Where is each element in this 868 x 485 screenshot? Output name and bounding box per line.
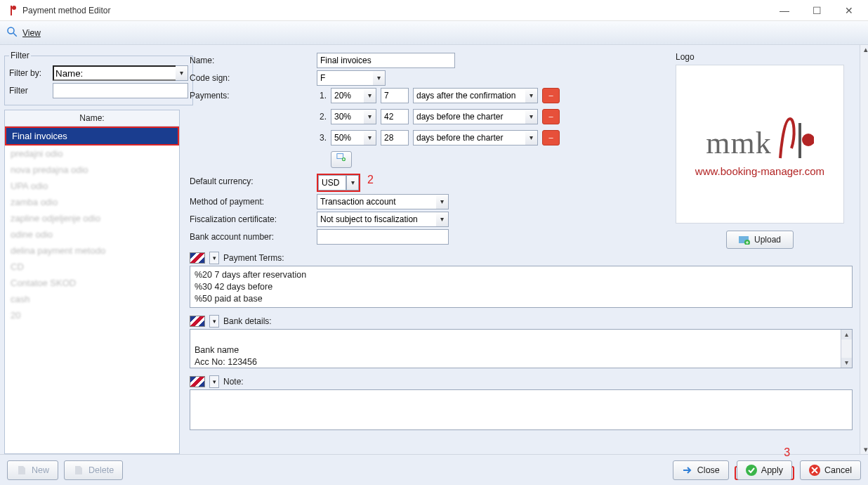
- payment-pct-input[interactable]: [331, 109, 364, 124]
- chevron-down-icon[interactable]: ▾: [364, 130, 376, 146]
- view-menu[interactable]: View: [22, 28, 41, 38]
- method-select[interactable]: [317, 194, 436, 209]
- scrollbar[interactable]: ▴▾: [841, 330, 852, 368]
- logo-label: Logo: [676, 52, 851, 62]
- payment-days-input[interactable]: [381, 109, 409, 124]
- name-input[interactable]: [317, 53, 455, 68]
- payment-pct-input[interactable]: [331, 88, 364, 103]
- cancel-icon: [809, 465, 820, 476]
- apply-button[interactable]: Apply: [737, 460, 792, 480]
- list-item[interactable]: odine odio: [5, 226, 179, 242]
- payment-row: 2. ▾ ▾ –: [317, 109, 560, 124]
- delete-button[interactable]: Delete: [64, 460, 123, 480]
- svg-rect-4: [337, 154, 343, 159]
- filter-by-select[interactable]: [53, 65, 176, 81]
- new-button[interactable]: New: [7, 460, 58, 480]
- bank-details-textarea[interactable]: Bank name Acc No: 123456 ▴▾: [190, 329, 853, 368]
- logo-swirl-icon: [775, 112, 814, 161]
- payment-row: 1. ▾ ▾ –: [317, 88, 560, 103]
- payment-methods-list[interactable]: Name: Final invoices predajni odio nova …: [4, 110, 180, 454]
- filter-label: Filter: [9, 86, 48, 96]
- scrollbar[interactable]: ▴ ▾: [860, 45, 868, 454]
- name-label: Name:: [190, 53, 311, 65]
- flag-uk-icon: [190, 316, 205, 327]
- chevron-down-icon[interactable]: ▾: [436, 212, 449, 227]
- currency-select[interactable]: [318, 175, 346, 190]
- payment-terms-textarea[interactable]: %20 7 days after reservation %30 42 days…: [190, 266, 853, 308]
- codesign-input[interactable]: [317, 70, 373, 86]
- chevron-down-icon[interactable]: ▾: [364, 88, 376, 103]
- list-item-selected[interactable]: Final invoices: [5, 127, 179, 146]
- delete-payment-button[interactable]: –: [542, 130, 560, 146]
- delete-icon: [73, 465, 84, 476]
- payment-row: 3. ▾ ▾ –: [317, 130, 560, 146]
- logo-image: mmk www.booking-manager.com: [676, 65, 844, 224]
- delete-payment-button[interactable]: –: [542, 88, 560, 103]
- language-dropdown[interactable]: ▾: [209, 375, 219, 388]
- delete-payment-button[interactable]: –: [542, 109, 560, 124]
- close-button[interactable]: Close: [673, 460, 729, 480]
- note-textarea[interactable]: [190, 389, 853, 430]
- list-item[interactable]: Contatoe SKOD: [5, 275, 179, 291]
- filter-by-label: Filter by:: [9, 68, 48, 78]
- note-label: Note:: [223, 377, 244, 387]
- list-header: Name:: [5, 110, 179, 127]
- list-item[interactable]: delina payment metodo: [5, 242, 179, 259]
- list-item[interactable]: cash: [5, 291, 179, 307]
- app-icon: [6, 5, 17, 16]
- fiscal-select[interactable]: [317, 212, 436, 227]
- logo-brand-text: mmk: [706, 125, 771, 161]
- filter-legend: Filter: [9, 51, 31, 60]
- payment-days-input[interactable]: [381, 88, 409, 103]
- svg-rect-0: [11, 6, 12, 15]
- list-item[interactable]: nova predajna odio: [5, 162, 179, 178]
- payments-label: Payments:: [190, 88, 311, 101]
- bankacct-input[interactable]: [317, 229, 449, 245]
- language-dropdown[interactable]: ▾: [209, 315, 219, 328]
- method-label: Method of payment:: [190, 194, 311, 207]
- language-dropdown[interactable]: ▾: [209, 252, 219, 264]
- upload-label: Upload: [754, 235, 781, 245]
- cancel-button[interactable]: Cancel: [800, 460, 861, 480]
- chevron-down-icon[interactable]: ▾: [525, 109, 538, 124]
- list-item[interactable]: CD: [5, 259, 179, 275]
- arrow-right-icon: [682, 465, 693, 476]
- payment-days-input[interactable]: [381, 130, 409, 146]
- logo-url-text: www.booking-manager.com: [695, 165, 824, 177]
- chevron-down-icon[interactable]: ▾: [525, 88, 538, 103]
- payment-rel-select[interactable]: [413, 88, 525, 103]
- check-icon: [746, 465, 757, 476]
- close-window-button[interactable]: ✕: [833, 0, 865, 21]
- payment-rel-select[interactable]: [413, 109, 525, 124]
- annotation-3: 3: [784, 446, 790, 459]
- filter-input[interactable]: [53, 83, 188, 98]
- new-icon: [16, 465, 27, 476]
- list-item[interactable]: zapline odjeljenje odio: [5, 210, 179, 226]
- bank-details-label: Bank details:: [223, 316, 272, 326]
- upload-button[interactable]: Upload: [726, 231, 794, 249]
- list-item[interactable]: UPA odio: [5, 178, 179, 194]
- chevron-down-icon[interactable]: ▾: [346, 175, 359, 190]
- chevron-down-icon[interactable]: ▾: [436, 194, 449, 209]
- chevron-down-icon[interactable]: ▾: [525, 130, 538, 146]
- payment-index: 3.: [317, 133, 327, 143]
- list-item[interactable]: 20: [5, 307, 179, 323]
- minimize-button[interactable]: —: [768, 0, 801, 21]
- annotation-2: 2: [367, 174, 374, 186]
- search-icon[interactable]: [6, 25, 18, 40]
- flag-uk-icon: [190, 252, 205, 264]
- svg-point-1: [12, 6, 16, 10]
- svg-point-7: [802, 134, 814, 146]
- list-item[interactable]: predajni odio: [5, 146, 179, 162]
- flag-uk-icon: [190, 376, 205, 387]
- add-payment-button[interactable]: [331, 151, 352, 168]
- chevron-down-icon[interactable]: ▾: [364, 109, 376, 124]
- filter-group: Filter Filter by: ▾ Filter: [4, 51, 193, 105]
- payment-rel-select[interactable]: [413, 130, 525, 146]
- payment-pct-input[interactable]: [331, 130, 364, 146]
- payment-index: 1.: [317, 91, 327, 101]
- fiscal-label: Fiscalization certificate:: [190, 212, 311, 224]
- list-item[interactable]: zamba odio: [5, 194, 179, 210]
- chevron-down-icon[interactable]: ▾: [373, 70, 386, 86]
- maximize-button[interactable]: ☐: [801, 0, 833, 21]
